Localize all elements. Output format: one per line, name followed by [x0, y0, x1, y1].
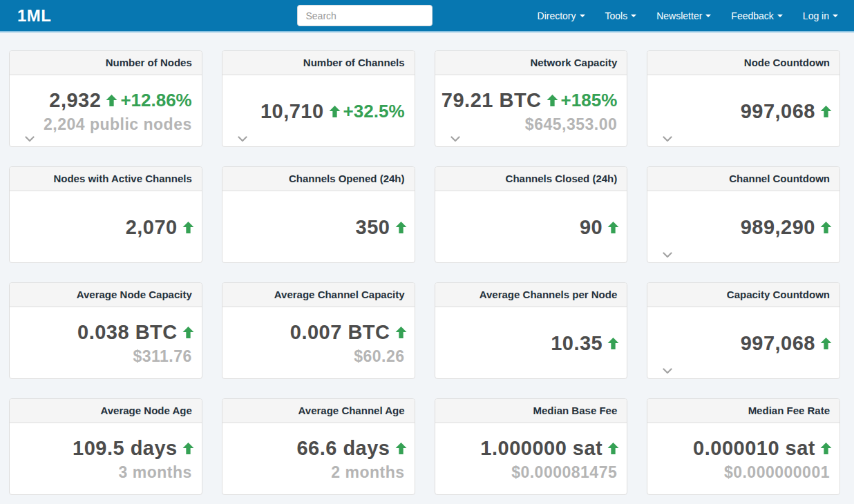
arrow-up-icon: [607, 338, 619, 349]
nav-links: Directory Tools Newsletter Feedback Log …: [538, 10, 838, 21]
stat-card-body: 0.000010 sat $0.000000001: [647, 423, 839, 495]
stat-card-body: 0.038 BTC $311.76: [10, 307, 202, 379]
stat-card-number-of-nodes: Number of Nodes 2,932 +12.86% 2,204 publ…: [9, 50, 202, 147]
stat-subvalue: $60.26: [354, 347, 404, 366]
stat-card-body: 10.35: [435, 307, 627, 379]
chevron-down-icon[interactable]: [25, 136, 35, 142]
stat-change: +12.86%: [120, 90, 191, 111]
stat-value: 90: [580, 216, 602, 239]
stat-card-average-channel-age: Average Channel Age 66.6 days 2 months: [222, 398, 415, 495]
stat-card-number-of-channels: Number of Channels 10,710 +32.5%: [222, 50, 415, 147]
stat-card-title: Average Node Capacity: [10, 283, 202, 307]
stat-value: 2,932: [49, 89, 101, 112]
stat-card-body: 0.007 BTC $60.26: [222, 307, 415, 379]
stat-subvalue: $645,353.00: [525, 115, 617, 134]
stat-card-median-fee-rate: Median Fee Rate 0.000010 sat $0.00000000…: [647, 398, 840, 495]
stat-card-body: 350: [222, 191, 415, 263]
brand-logo[interactable]: 1ML: [17, 6, 52, 26]
caret-down-icon: [580, 14, 585, 17]
stat-card-title: Number of Nodes: [10, 51, 202, 75]
stat-card-title: Capacity Countdown: [647, 283, 839, 307]
stat-subvalue: 3 months: [119, 463, 192, 482]
stat-change: +32.5%: [343, 101, 405, 122]
caret-down-icon: [777, 14, 783, 17]
stat-card-title: Average Channel Capacity: [222, 283, 415, 307]
arrow-up-icon: [547, 95, 558, 106]
stat-card-average-node-capacity: Average Node Capacity 0.038 BTC $311.76: [9, 282, 202, 379]
stat-change: +185%: [561, 90, 618, 111]
stat-card-channels-opened-24h: Channels Opened (24h) 350: [222, 166, 415, 263]
nav-link-newsletter[interactable]: Newsletter: [656, 10, 711, 21]
stat-value: 10.35: [551, 332, 602, 355]
stat-value: 2,070: [126, 216, 178, 239]
stat-card-node-countdown: Node Countdown 997,068: [647, 50, 840, 147]
chevron-down-icon[interactable]: [663, 368, 672, 374]
stat-card-body: 2,932 +12.86% 2,204 public nodes: [10, 75, 202, 147]
stat-card-title: Average Channels per Node: [435, 283, 627, 307]
chevron-down-icon[interactable]: [663, 136, 672, 142]
arrow-up-icon: [820, 443, 832, 454]
arrow-up-icon: [820, 106, 832, 117]
stat-subvalue: $0.000000001: [724, 463, 830, 482]
caret-down-icon: [705, 14, 711, 17]
stat-card-title: Average Node Age: [10, 399, 202, 423]
stats-grid: Number of Nodes 2,932 +12.86% 2,204 publ…: [0, 32, 854, 504]
stat-card-channels-closed-24h: Channels Closed (24h) 90: [435, 166, 628, 263]
stat-card-body: 66.6 days 2 months: [222, 423, 415, 495]
stat-card-title: Channels Closed (24h): [435, 167, 627, 191]
stat-subvalue: $311.76: [133, 347, 191, 366]
stat-value: 66.6 days: [296, 437, 390, 460]
chevron-down-icon[interactable]: [450, 136, 460, 142]
chevron-down-icon[interactable]: [238, 136, 247, 142]
arrow-up-icon: [106, 95, 117, 106]
stat-card-body: 90: [435, 191, 627, 263]
arrow-up-icon: [182, 327, 194, 338]
stat-card-title: Channel Countdown: [647, 167, 839, 191]
stat-card-title: Median Base Fee: [435, 399, 627, 423]
arrow-up-icon: [182, 443, 194, 454]
stat-card-body: 1.000000 sat $0.000081475: [435, 423, 627, 495]
stat-card-title: Network Capacity: [435, 51, 627, 75]
stat-card-network-capacity: Network Capacity 79.21 BTC +185% $645,35…: [435, 50, 628, 147]
caret-down-icon: [631, 14, 636, 17]
nav-link-directory[interactable]: Directory: [538, 10, 585, 21]
caret-down-icon: [833, 14, 838, 17]
arrow-up-icon: [820, 222, 832, 233]
arrow-up-icon: [182, 222, 194, 233]
stat-subvalue: 2,204 public nodes: [44, 115, 192, 134]
stat-card-body: 79.21 BTC +185% $645,353.00: [435, 75, 627, 147]
stat-card-title: Median Fee Rate: [647, 399, 839, 423]
stat-card-capacity-countdown: Capacity Countdown 997,068: [647, 282, 840, 379]
stat-value: 0.038 BTC: [77, 321, 178, 344]
arrow-up-icon: [607, 222, 619, 233]
stat-value: 1.000000 sat: [480, 437, 602, 460]
stat-card-body: 997,068: [647, 307, 839, 379]
stat-card-average-channels-per-node: Average Channels per Node 10.35: [435, 282, 628, 379]
arrow-up-icon: [607, 443, 619, 454]
stat-value: 0.000010 sat: [693, 437, 815, 460]
stat-card-body: 109.5 days 3 months: [10, 423, 202, 495]
stat-card-title: Nodes with Active Channels: [10, 167, 202, 191]
stat-card-title: Node Countdown: [647, 51, 839, 75]
stat-value: 350: [356, 216, 390, 239]
arrow-up-icon: [395, 443, 407, 454]
stat-subvalue: 2 months: [331, 463, 404, 482]
nav-link-tools[interactable]: Tools: [605, 10, 637, 21]
search-input[interactable]: [297, 5, 433, 26]
stat-value: 997,068: [741, 332, 815, 355]
stat-card-body: 989,290: [647, 191, 839, 263]
stat-card-title: Number of Channels: [222, 51, 415, 75]
nav-link-feedback[interactable]: Feedback: [731, 10, 782, 21]
stat-card-average-channel-capacity: Average Channel Capacity 0.007 BTC $60.2…: [222, 282, 415, 379]
chevron-down-icon[interactable]: [663, 252, 672, 258]
arrow-up-icon: [395, 327, 407, 338]
stat-card-title: Average Channel Age: [222, 399, 415, 423]
stat-card-body: 997,068: [647, 75, 839, 147]
top-navbar: 1ML Directory Tools Newsletter Feedback …: [0, 0, 854, 32]
stat-card-title: Channels Opened (24h): [222, 167, 415, 191]
nav-link-log-in[interactable]: Log in: [803, 10, 838, 21]
stat-card-body: 2,070: [10, 191, 202, 263]
arrow-up-icon: [395, 222, 407, 233]
stat-value: 109.5 days: [73, 437, 178, 460]
stat-value: 10,710: [260, 100, 324, 123]
